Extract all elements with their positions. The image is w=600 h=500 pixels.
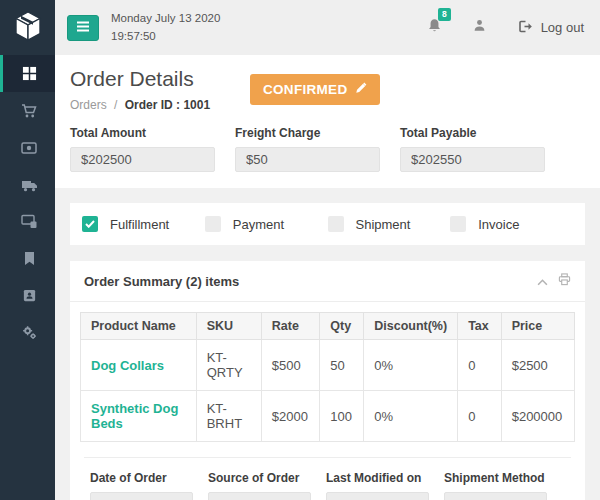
order-stages-card: Fulfillment Payment Shipment Invoice: [70, 203, 585, 245]
package-cube-icon: [13, 10, 43, 46]
main-content: Order Details Orders / Order ID : 1001 C…: [55, 55, 600, 500]
order-summary-title: Order Summary (2) items: [84, 274, 239, 289]
freight-charge-input[interactable]: [235, 147, 380, 172]
freight-charge-field: Freight Charge: [235, 126, 380, 172]
logout-label: Log out: [541, 20, 584, 35]
order-meta-row: Date of Order Source of Order Last Modif…: [70, 458, 585, 500]
devices-icon: [21, 214, 38, 229]
date-text: Monday July 13 2020: [111, 10, 220, 27]
sku-cell: KT-BRHT: [196, 391, 261, 442]
discount-cell: 0%: [364, 340, 458, 391]
status-label: CONFIRMED: [263, 82, 347, 97]
total-amount-field: Total Amount: [70, 126, 215, 172]
total-payable-label: Total Payable: [400, 126, 545, 140]
logout-icon: [517, 19, 534, 37]
stage-fulfillment-checkbox[interactable]: Fulfillment: [82, 216, 205, 232]
sidebar-item-orders[interactable]: [0, 92, 55, 129]
shipment-method-label: Shipment Method: [444, 471, 547, 485]
sidebar-item-payments[interactable]: [0, 129, 55, 166]
stage-invoice-checkbox[interactable]: Invoice: [450, 216, 573, 232]
menu-toggle-button[interactable]: [67, 15, 99, 41]
shipment-method-input[interactable]: [444, 492, 547, 500]
stage-label: Payment: [233, 217, 284, 232]
print-button[interactable]: [558, 272, 571, 290]
banknote-icon: [21, 141, 37, 155]
source-of-order-input[interactable]: [208, 492, 311, 500]
col-tax: Tax: [458, 313, 502, 340]
stage-label: Shipment: [356, 217, 411, 232]
stage-payment-checkbox[interactable]: Payment: [205, 216, 328, 232]
col-sku: SKU: [196, 313, 261, 340]
price-cell: $2500: [501, 340, 574, 391]
sidebar-item-shipping[interactable]: [0, 166, 55, 203]
sidebar: [0, 0, 55, 500]
sidebar-item-catalog[interactable]: [0, 240, 55, 277]
app-logo: [0, 0, 55, 55]
user-icon: [472, 18, 487, 37]
sidebar-item-dashboard[interactable]: [0, 55, 55, 92]
app-window: Monday July 13 2020 19:57:50 8 Log out: [0, 0, 600, 500]
sidebar-item-contacts[interactable]: [0, 277, 55, 314]
sidebar-item-settings[interactable]: [0, 314, 55, 351]
cart-icon: [21, 103, 37, 119]
hamburger-icon: [76, 20, 90, 35]
sidebar-item-channels[interactable]: [0, 203, 55, 240]
order-status-button[interactable]: CONFIRMED: [250, 74, 380, 105]
breadcrumb-orders[interactable]: Orders: [70, 98, 107, 112]
checkbox-icon: [328, 216, 344, 232]
col-discount: Discount(%): [364, 313, 458, 340]
product-link[interactable]: Dog Collars: [81, 340, 197, 391]
last-modified-input[interactable]: [326, 492, 429, 500]
total-amount-label: Total Amount: [70, 126, 215, 140]
profile-button[interactable]: [472, 18, 487, 37]
logout-button[interactable]: Log out: [517, 19, 584, 37]
dashboard-grid-icon: [22, 66, 37, 81]
table-header-row: Product Name SKU Rate Qty Discount(%) Ta…: [81, 313, 575, 340]
rate-cell: $500: [261, 340, 320, 391]
stage-shipment-checkbox[interactable]: Shipment: [328, 216, 451, 232]
table-row: Synthetic Dog Beds KT-BRHT $2000 100 0% …: [81, 391, 575, 442]
datetime: Monday July 13 2020 19:57:50: [111, 10, 220, 45]
total-payable-input[interactable]: [400, 147, 545, 172]
freight-charge-label: Freight Charge: [235, 126, 380, 140]
topbar: Monday July 13 2020 19:57:50 8 Log out: [55, 0, 600, 55]
price-cell: $200000: [501, 391, 574, 442]
stage-label: Invoice: [478, 217, 519, 232]
breadcrumb-separator: /: [114, 98, 117, 112]
qty-cell: 100: [320, 391, 364, 442]
last-modified-field: Last Modified on: [326, 471, 429, 500]
table-row: Dog Collars KT-QRTY $500 50 0% 0 $2500: [81, 340, 575, 391]
notification-badge: 8: [438, 8, 451, 21]
bell-icon: [427, 20, 442, 37]
col-rate: Rate: [261, 313, 320, 340]
pencil-icon: [355, 82, 367, 97]
col-qty: Qty: [320, 313, 364, 340]
shipment-method-field: Shipment Method: [444, 471, 547, 500]
date-of-order-input[interactable]: [90, 492, 193, 500]
product-link[interactable]: Synthetic Dog Beds: [81, 391, 197, 442]
discount-cell: 0%: [364, 391, 458, 442]
settings-gears-icon: [22, 325, 37, 340]
tax-cell: 0: [458, 391, 502, 442]
bookmark-icon: [23, 251, 36, 266]
order-items-table: Product Name SKU Rate Qty Discount(%) Ta…: [80, 312, 575, 442]
checkbox-icon: [82, 216, 98, 232]
checkbox-icon: [450, 216, 466, 232]
date-of-order-field: Date of Order: [90, 471, 193, 500]
source-of-order-label: Source of Order: [208, 471, 311, 485]
sku-cell: KT-QRTY: [196, 340, 261, 391]
tax-cell: 0: [458, 340, 502, 391]
printer-icon: [558, 272, 571, 290]
stage-label: Fulfillment: [110, 217, 169, 232]
order-header-section: Order Details Orders / Order ID : 1001 C…: [55, 55, 600, 188]
total-payable-field: Total Payable: [400, 126, 545, 172]
collapse-button[interactable]: [537, 272, 548, 290]
time-text: 19:57:50: [111, 28, 220, 45]
truck-icon: [21, 178, 38, 192]
total-amount-input[interactable]: [70, 147, 215, 172]
notifications-button[interactable]: 8: [427, 17, 442, 38]
order-summary-card: Order Summary (2) items: [70, 261, 585, 500]
qty-cell: 50: [320, 340, 364, 391]
last-modified-label: Last Modified on: [326, 471, 429, 485]
rate-cell: $2000: [261, 391, 320, 442]
